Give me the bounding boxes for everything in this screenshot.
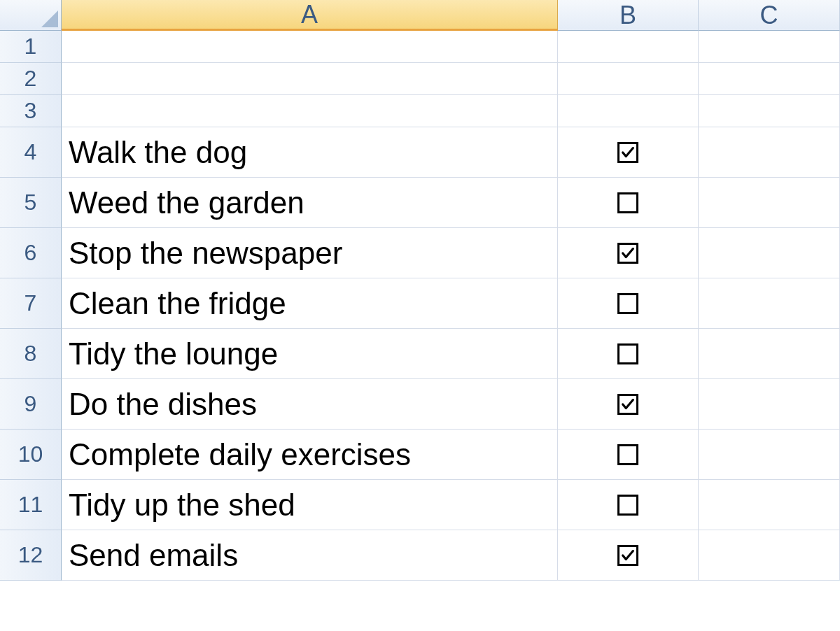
cell-b9[interactable] — [558, 379, 699, 430]
cell-a7[interactable]: Clean the fridge — [62, 278, 558, 329]
checkbox-row-8[interactable] — [617, 343, 638, 364]
table-row: 9Do the dishes — [0, 379, 840, 430]
cell-b2[interactable] — [558, 63, 699, 95]
cell-c1[interactable] — [699, 31, 840, 63]
cell-b10[interactable] — [558, 430, 699, 480]
cell-b3[interactable] — [558, 95, 699, 127]
table-row: 5Weed the garden — [0, 178, 840, 228]
table-row: 2 — [0, 63, 840, 95]
row-header-4[interactable]: 4 — [0, 127, 62, 178]
cell-c12[interactable] — [699, 530, 840, 581]
row-header-6[interactable]: 6 — [0, 228, 62, 278]
checkbox-row-12[interactable] — [617, 545, 638, 566]
cell-c8[interactable] — [699, 329, 840, 379]
cell-a11[interactable]: Tidy up the shed — [62, 480, 558, 530]
cell-c5[interactable] — [699, 178, 840, 228]
checkbox-row-11[interactable] — [617, 495, 638, 516]
row-header-3[interactable]: 3 — [0, 95, 62, 127]
column-header-c[interactable]: C — [699, 0, 840, 31]
cell-a3[interactable] — [62, 95, 558, 127]
cell-c3[interactable] — [699, 95, 840, 127]
cell-a8[interactable]: Tidy the lounge — [62, 329, 558, 379]
cell-a10[interactable]: Complete daily exercises — [62, 430, 558, 480]
row-header-10[interactable]: 10 — [0, 430, 62, 480]
checkbox-row-4[interactable] — [617, 142, 638, 163]
table-row: 4Walk the dog — [0, 127, 840, 178]
cell-c7[interactable] — [699, 278, 840, 329]
cell-b8[interactable] — [558, 329, 699, 379]
cell-b1[interactable] — [558, 31, 699, 63]
row-header-12[interactable]: 12 — [0, 530, 62, 581]
table-row: 1 — [0, 31, 840, 63]
cell-a6[interactable]: Stop the newspaper — [62, 228, 558, 278]
cell-c10[interactable] — [699, 430, 840, 480]
cell-b12[interactable] — [558, 530, 699, 581]
cell-b6[interactable] — [558, 228, 699, 278]
cell-a2[interactable] — [62, 63, 558, 95]
row-header-5[interactable]: 5 — [0, 178, 62, 228]
column-header-a[interactable]: A — [62, 0, 558, 31]
cell-b4[interactable] — [558, 127, 699, 178]
row-header-1[interactable]: 1 — [0, 31, 62, 63]
checkbox-row-9[interactable] — [617, 394, 638, 415]
table-row: 8Tidy the lounge — [0, 329, 840, 379]
table-row: 10Complete daily exercises — [0, 430, 840, 480]
column-header-b[interactable]: B — [558, 0, 699, 31]
table-row: 12Send emails — [0, 530, 840, 581]
cell-a5[interactable]: Weed the garden — [62, 178, 558, 228]
cell-b5[interactable] — [558, 178, 699, 228]
cell-c2[interactable] — [699, 63, 840, 95]
table-row: 11Tidy up the shed — [0, 480, 840, 530]
checkbox-row-6[interactable] — [617, 243, 638, 264]
checkbox-row-10[interactable] — [617, 444, 638, 465]
cell-a9[interactable]: Do the dishes — [62, 379, 558, 430]
select-all-corner[interactable] — [0, 0, 62, 31]
cell-a12[interactable]: Send emails — [62, 530, 558, 581]
cell-b11[interactable] — [558, 480, 699, 530]
checkbox-row-7[interactable] — [617, 293, 638, 314]
column-header-row: A B C — [0, 0, 840, 31]
table-row: 6Stop the newspaper — [0, 228, 840, 278]
row-header-11[interactable]: 11 — [0, 480, 62, 530]
cell-a4[interactable]: Walk the dog — [62, 127, 558, 178]
cell-c4[interactable] — [699, 127, 840, 178]
cell-c6[interactable] — [699, 228, 840, 278]
row-header-9[interactable]: 9 — [0, 379, 62, 430]
cell-c9[interactable] — [699, 379, 840, 430]
cell-c11[interactable] — [699, 480, 840, 530]
row-header-2[interactable]: 2 — [0, 63, 62, 95]
cell-a1[interactable] — [62, 31, 558, 63]
row-header-7[interactable]: 7 — [0, 278, 62, 329]
row-header-8[interactable]: 8 — [0, 329, 62, 379]
table-row: 3 — [0, 95, 840, 127]
checkbox-row-5[interactable] — [617, 192, 638, 213]
spreadsheet-grid: A B C 1234Walk the dog5Weed the garden6S… — [0, 0, 840, 631]
table-row: 7Clean the fridge — [0, 278, 840, 329]
cell-b7[interactable] — [558, 278, 699, 329]
